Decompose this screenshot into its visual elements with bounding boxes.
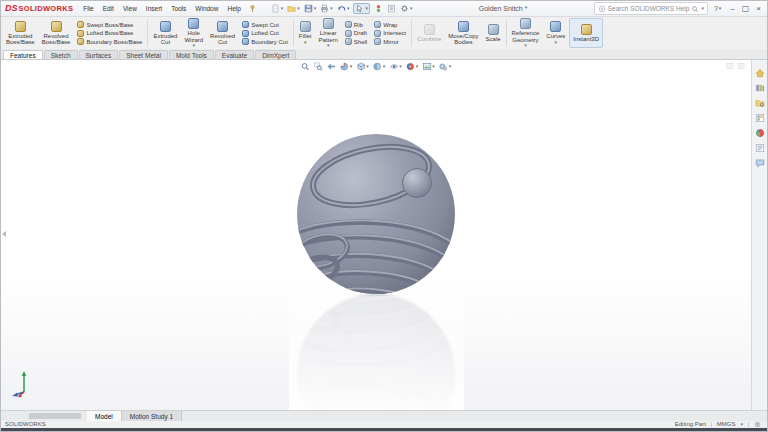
units-caret[interactable]: ▾ bbox=[740, 422, 743, 427]
units-selector[interactable]: MMGS bbox=[717, 421, 736, 428]
solidworks-resources-tab[interactable] bbox=[755, 68, 765, 78]
solidworks-forum-tab[interactable] bbox=[755, 158, 765, 168]
new-button[interactable]: ▾ bbox=[271, 4, 284, 13]
split-pane-icon[interactable] bbox=[726, 62, 734, 70]
search-caret[interactable]: ▾ bbox=[701, 6, 704, 11]
undo-button[interactable]: ▾ bbox=[337, 4, 350, 13]
view-palette-tab[interactable] bbox=[755, 113, 765, 123]
ribbon-scale-button[interactable]: Scale bbox=[483, 18, 504, 48]
zoom-to-fit-button[interactable] bbox=[301, 62, 310, 71]
revolved-cut-label: RevolvedCut bbox=[210, 33, 235, 46]
ribbon-swept-cut-button[interactable]: Swept Cut bbox=[242, 21, 288, 28]
view-settings-button[interactable]: ▾ bbox=[439, 62, 452, 71]
ribbon-swept-boss-base-button[interactable]: Swept Boss/Base bbox=[77, 21, 142, 28]
ribbon-fillet-button[interactable]: Fillet▾ bbox=[296, 18, 315, 48]
view-orientation-icon bbox=[356, 62, 365, 71]
zoom-to-area-button[interactable] bbox=[314, 62, 323, 71]
split-pane-horizontal-icon[interactable] bbox=[737, 62, 745, 70]
command-manager-tabs: FeaturesSketchSurfacesSheet MetalMold To… bbox=[1, 49, 767, 60]
instant3d-icon bbox=[581, 24, 592, 35]
pin-icon[interactable] bbox=[248, 4, 257, 13]
ribbon-curves-button[interactable]: Curves▾ bbox=[543, 18, 568, 48]
menu-window[interactable]: Window bbox=[194, 4, 219, 13]
quick-tips-icon[interactable] bbox=[754, 421, 761, 428]
menu-help[interactable]: Help bbox=[226, 4, 241, 13]
menu-insert[interactable]: Insert bbox=[145, 4, 163, 13]
rebuild-button[interactable] bbox=[374, 4, 383, 13]
restore-button[interactable]: ▢ bbox=[742, 5, 750, 13]
ribbon-intersect-button[interactable]: Intersect bbox=[374, 30, 406, 37]
appearances-scenes-tab[interactable] bbox=[755, 128, 765, 138]
options-button[interactable]: ▾ bbox=[400, 4, 413, 13]
ribbon-wrap-button[interactable]: Wrap bbox=[374, 21, 406, 28]
section-view-button[interactable]: ▾ bbox=[340, 62, 353, 71]
pane-splitter-handle[interactable] bbox=[29, 413, 81, 419]
help-search-box[interactable]: Search SOLIDWORKS Help ▾ bbox=[594, 2, 708, 15]
document-title: Golden Snitch * bbox=[416, 5, 589, 12]
ribbon-move-copy-bodies-button[interactable]: Move/CopyBodies bbox=[445, 18, 481, 48]
graphics-area[interactable]: ▾ ▾ ▾ ▾ bbox=[1, 60, 751, 410]
print-button[interactable]: ▾ bbox=[320, 4, 333, 13]
golden-snitch-model[interactable] bbox=[289, 126, 464, 410]
ribbon-draft-button[interactable]: Draft bbox=[345, 30, 367, 37]
ribbon-extruded-boss-base-button[interactable]: ExtrudedBoss/Base bbox=[3, 18, 38, 48]
titlebar: DS SOLIDWORKS FileEditViewInsertToolsWin… bbox=[1, 1, 767, 17]
custom-properties-tab[interactable] bbox=[755, 143, 765, 153]
help-button[interactable]: ? ▾ bbox=[712, 5, 723, 12]
ribbon-instant3d-button[interactable]: Instant3D bbox=[569, 18, 603, 48]
motion-study-1-tab[interactable]: Motion Study 1 bbox=[122, 411, 182, 421]
scale-icon bbox=[488, 24, 499, 35]
ribbon-boundary-cut-button[interactable]: Boundary Cut bbox=[242, 38, 288, 45]
display-style-button[interactable]: ▾ bbox=[373, 62, 386, 71]
configuration-tab-bar: ModelMotion Study 1 bbox=[1, 410, 767, 421]
edit-appearance-button[interactable]: ▾ bbox=[406, 62, 419, 71]
tab-surfaces[interactable]: Surfaces bbox=[79, 50, 119, 59]
tab-dimxpert[interactable]: DimXpert bbox=[255, 50, 296, 59]
view-orientation-button[interactable]: ▾ bbox=[356, 62, 369, 71]
ribbon-reference-geometry-button[interactable]: ReferenceGeometry▾ bbox=[509, 18, 543, 48]
ribbon-revolved-boss-base-button[interactable]: RevolvedBoss/Base bbox=[39, 18, 74, 48]
apply-scene-button[interactable]: ▾ bbox=[422, 62, 435, 71]
ribbon-lofted-cut-button[interactable]: Lofted Cut bbox=[242, 30, 288, 37]
help-caret: ▾ bbox=[719, 6, 722, 11]
model-tab[interactable]: Model bbox=[87, 411, 122, 421]
ribbon-combine-button[interactable]: Combine bbox=[414, 18, 444, 48]
close-button[interactable]: × bbox=[756, 5, 761, 13]
ribbon-revolved-cut-button[interactable]: RevolvedCut bbox=[207, 18, 238, 48]
tab-evaluate[interactable]: Evaluate bbox=[215, 50, 254, 59]
custom-properties-icon bbox=[755, 143, 765, 153]
move-copy-bodies-icon bbox=[458, 21, 469, 32]
extruded-cut-label: ExtrudedCut bbox=[153, 33, 177, 46]
file-explorer-tab[interactable] bbox=[755, 98, 765, 108]
search-icon[interactable] bbox=[691, 5, 699, 13]
minimize-button[interactable]: – bbox=[730, 5, 734, 13]
tab-mold-tools[interactable]: Mold Tools bbox=[169, 50, 214, 59]
rib-icon bbox=[345, 21, 352, 28]
menu-edit[interactable]: Edit bbox=[102, 4, 115, 13]
ribbon-extruded-cut-button[interactable]: ExtrudedCut bbox=[150, 18, 180, 48]
tab-sketch[interactable]: Sketch bbox=[44, 50, 78, 59]
tab-features[interactable]: Features bbox=[3, 50, 43, 59]
ribbon-hole-wizard-button[interactable]: HoleWizard▾ bbox=[181, 18, 206, 48]
ribbon-boundary-boss-base-button[interactable]: Boundary Boss/Base bbox=[77, 38, 142, 45]
solidworks-forum-icon bbox=[755, 158, 765, 168]
ribbon-mirror-button[interactable]: Mirror bbox=[374, 38, 406, 45]
featuremanager-collapse-arrow[interactable] bbox=[2, 231, 6, 237]
previous-view-button[interactable] bbox=[327, 62, 336, 71]
draft-icon bbox=[345, 30, 352, 37]
ribbon-linear-pattern-button[interactable]: LinearPattern▾ bbox=[316, 18, 341, 48]
select-button[interactable]: ▾ bbox=[353, 3, 370, 14]
save-button[interactable]: ▾ bbox=[304, 4, 317, 13]
menu-view[interactable]: View bbox=[122, 4, 138, 13]
menu-file[interactable]: File bbox=[82, 4, 94, 13]
hide-show-items-button[interactable]: ▾ bbox=[389, 62, 402, 71]
file-properties-button[interactable] bbox=[387, 4, 396, 13]
ribbon-rib-button[interactable]: Rib bbox=[345, 21, 367, 28]
tab-sheet-metal[interactable]: Sheet Metal bbox=[119, 50, 168, 59]
menu-tools[interactable]: Tools bbox=[170, 4, 187, 13]
curves-icon bbox=[550, 21, 561, 32]
ribbon-lofted-boss-base-button[interactable]: Lofted Boss/Base bbox=[77, 30, 142, 37]
design-library-tab[interactable] bbox=[755, 83, 765, 93]
open-button[interactable]: ▾ bbox=[287, 4, 300, 13]
ribbon-shell-button[interactable]: Shell bbox=[345, 38, 367, 45]
